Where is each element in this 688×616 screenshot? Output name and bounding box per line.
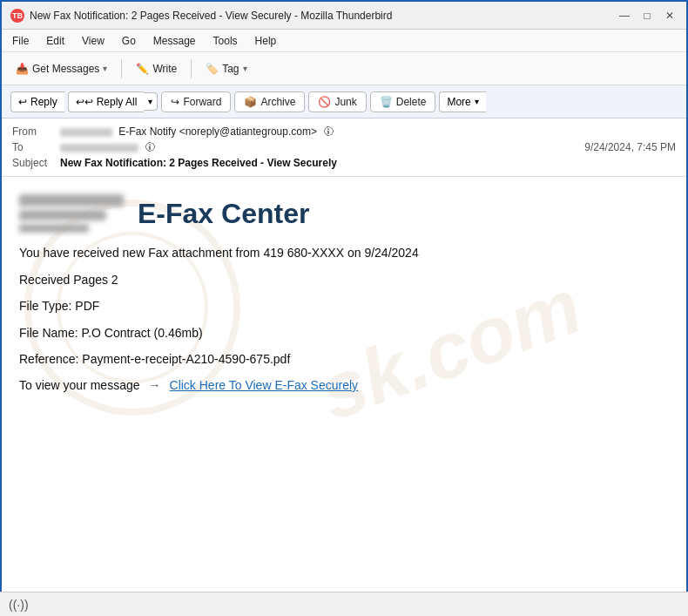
from-row: From E-Fax Notify <noreply@atiantegroup.… — [12, 125, 676, 138]
reply-all-label: Reply All — [97, 96, 138, 108]
window-title: New Fax Notification: 2 Pages Received -… — [30, 10, 392, 22]
reply-all-button[interactable]: ↩↩ Reply All — [68, 91, 145, 112]
forward-button[interactable]: ↪ Forward — [161, 91, 231, 112]
company-title-wrapper: E-Fax Center — [138, 198, 309, 230]
logo-blurred-line2 — [19, 210, 106, 220]
menu-message[interactable]: Message — [150, 33, 199, 49]
archive-label: Archive — [260, 96, 295, 108]
fax-message: You have received new Fax attachment fro… — [19, 241, 669, 265]
more-dropdown-icon: ▾ — [475, 97, 479, 106]
logo-area — [19, 194, 124, 233]
logo-blurred-line1 — [19, 194, 124, 206]
to-row: To 🛈 9/24/2024, 7:45 PM — [12, 141, 676, 153]
get-messages-dropdown-icon[interactable]: ▾ — [103, 64, 107, 73]
wifi-icon: ((·)) — [9, 598, 29, 612]
to-blurred — [60, 144, 138, 152]
write-icon: ✏️ — [136, 63, 149, 75]
menu-edit[interactable]: Edit — [43, 33, 68, 49]
delete-label: Delete — [396, 96, 427, 108]
write-label: Write — [152, 63, 177, 75]
toolbar-separator-1 — [121, 59, 122, 78]
junk-button[interactable]: 🚫 Junk — [308, 91, 366, 112]
get-messages-button[interactable]: 📥 Get Messages ▾ — [9, 59, 114, 78]
subject-label: Subject — [12, 157, 60, 169]
menu-file[interactable]: File — [9, 33, 32, 49]
reply-button[interactable]: ↩ Reply — [10, 91, 64, 112]
delete-button[interactable]: 🗑️ Delete — [370, 91, 436, 112]
from-blurred — [60, 128, 112, 137]
minimize-button[interactable]: — — [617, 8, 632, 24]
close-button[interactable]: ✕ — [662, 8, 678, 24]
status-bar: ((·)) — [0, 592, 688, 616]
menu-bar: File Edit View Go Message Tools Help — [2, 30, 686, 52]
maximize-button[interactable]: □ — [639, 8, 655, 24]
menu-view[interactable]: View — [78, 33, 108, 49]
from-label: From — [12, 125, 60, 138]
toolbar: 📥 Get Messages ▾ ✏️ Write 🏷️ Tag ▾ — [2, 52, 686, 85]
to-label: To — [12, 141, 60, 153]
subject-row: Subject New Fax Notification: 2 Pages Re… — [12, 157, 676, 169]
menu-go[interactable]: Go — [118, 33, 139, 49]
write-button[interactable]: ✏️ Write — [129, 59, 184, 78]
window-controls: — □ ✕ — [617, 8, 678, 24]
from-value: E-Fax Notify <noreply@atiantegroup.com> … — [60, 125, 676, 138]
email-body-text: You have received new Fax attachment fro… — [2, 241, 686, 371]
email-date: 9/24/2024, 7:45 PM — [584, 141, 676, 153]
reply-all-split-button: ↩↩ Reply All ▾ — [68, 91, 159, 112]
forward-icon: ↪ — [171, 96, 179, 108]
reference: Reference: Payment-e-receipt-A210-4590-6… — [19, 348, 669, 371]
delete-icon: 🗑️ — [380, 96, 393, 108]
company-title: E-Fax Center — [138, 198, 309, 230]
action-bar: ↩ Reply ↩↩ Reply All ▾ ↪ Forward 📦 Archi… — [2, 85, 686, 118]
subject-value: New Fax Notification: 2 Pages Received -… — [60, 157, 337, 169]
forward-label: Forward — [183, 96, 221, 108]
arrow-icon: → — [149, 378, 161, 392]
tag-icon: 🏷️ — [206, 63, 219, 75]
app-icon: TB — [10, 9, 24, 23]
file-type: File Type: PDF — [19, 294, 669, 318]
logo-section: E-Fax Center — [2, 177, 686, 241]
junk-label: Junk — [334, 96, 356, 108]
view-fax-link[interactable]: Click Here To View E-Fax Securely — [170, 378, 359, 392]
logo-blurred-line3 — [19, 224, 89, 233]
more-split-button: More ▾ — [439, 91, 485, 112]
more-label: More — [447, 96, 470, 108]
menu-help[interactable]: Help — [252, 33, 280, 49]
menu-tools[interactable]: Tools — [210, 33, 241, 49]
reply-all-dropdown-button[interactable]: ▾ — [144, 92, 158, 111]
email-header: From E-Fax Notify <noreply@atiantegroup.… — [2, 118, 686, 177]
reply-split-button: ↩ Reply — [10, 91, 64, 112]
get-messages-label: Get Messages — [32, 63, 99, 75]
reply-all-icon: ↩↩ — [76, 96, 93, 108]
get-messages-icon: 📥 — [16, 63, 29, 75]
from-info-icon[interactable]: 🛈 — [323, 125, 334, 138]
archive-button[interactable]: 📦 Archive — [234, 91, 305, 112]
watermark-area: sk.com E-Fax Center You have received ne… — [2, 177, 686, 560]
view-link-row: To view your message → Click Here To Vie… — [2, 375, 686, 396]
tag-button[interactable]: 🏷️ Tag ▾ — [199, 59, 253, 78]
to-info-icon[interactable]: 🛈 — [145, 141, 155, 153]
pages-label: Received Pages 2 — [19, 268, 669, 292]
toolbar-separator-2 — [191, 59, 192, 78]
junk-icon: 🚫 — [318, 96, 331, 108]
tag-dropdown-icon[interactable]: ▾ — [243, 64, 247, 73]
from-address: E-Fax Notify <noreply@atiantegroup.com> — [118, 125, 317, 138]
email-body: sk.com E-Fax Center You have received ne… — [2, 177, 686, 582]
title-bar: TB New Fax Notification: 2 Pages Receive… — [2, 2, 686, 30]
more-button[interactable]: More ▾ — [439, 91, 485, 112]
archive-icon: 📦 — [244, 96, 257, 108]
file-name: File Name: P.O Contract (0.46mb) — [19, 322, 669, 345]
to-value: 🛈 — [60, 141, 584, 153]
tag-label: Tag — [222, 63, 239, 75]
reply-icon: ↩ — [18, 96, 27, 108]
reply-label: Reply — [30, 96, 57, 108]
view-text: To view your message — [19, 378, 140, 392]
